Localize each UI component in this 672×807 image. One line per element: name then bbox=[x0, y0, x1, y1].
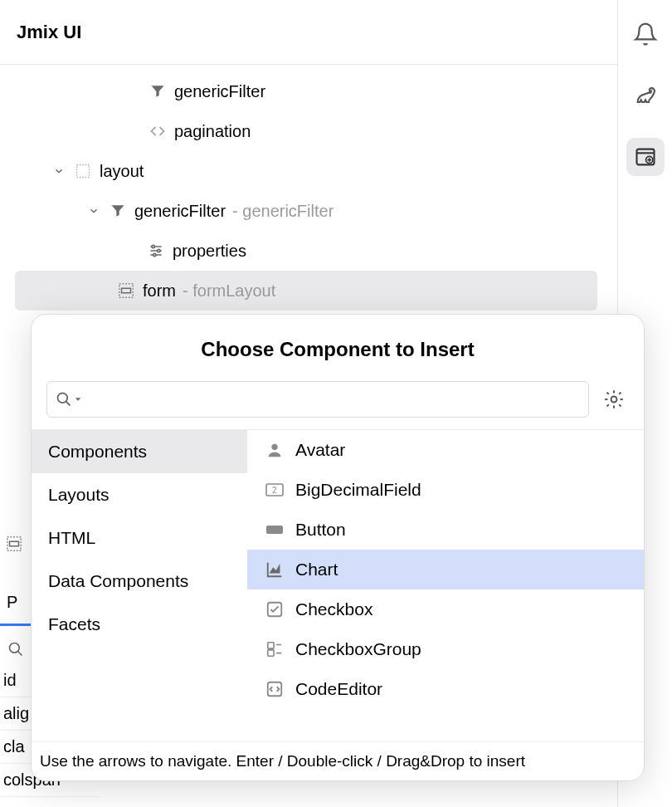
component-picker-popup: Choose Component to Insert Components La… bbox=[31, 314, 645, 781]
component-bigdecimalfield[interactable]: 2 BigDecimalField bbox=[247, 470, 644, 510]
bell-icon bbox=[633, 22, 658, 46]
svg-point-5 bbox=[158, 249, 160, 252]
tree-item-layout[interactable]: layout bbox=[15, 151, 597, 191]
properties-panel: P id alig cla colspan bbox=[0, 523, 31, 797]
tree-label: layout bbox=[100, 162, 144, 181]
svg-rect-8 bbox=[122, 288, 131, 293]
tree-label: genericFilter bbox=[134, 202, 226, 221]
search-field[interactable] bbox=[46, 381, 589, 418]
popup-search-row bbox=[32, 381, 644, 429]
search-input[interactable] bbox=[87, 391, 580, 408]
settings-button[interactable] bbox=[599, 384, 629, 414]
code-icon bbox=[148, 121, 168, 141]
notifications-button[interactable] bbox=[626, 15, 665, 53]
tree-item-form[interactable]: form - formLayout bbox=[15, 271, 597, 311]
svg-point-4 bbox=[152, 245, 154, 247]
tree-label: form bbox=[143, 281, 176, 301]
search-icon bbox=[56, 391, 82, 408]
tree-item-properties[interactable]: properties bbox=[15, 231, 597, 271]
component-checkbox[interactable]: Checkbox bbox=[247, 589, 644, 629]
category-facets[interactable]: Facets bbox=[32, 603, 247, 646]
popup-body: Components Layouts HTML Data Components … bbox=[32, 429, 644, 741]
tree-label: properties bbox=[173, 242, 246, 261]
code-editor-icon bbox=[264, 678, 285, 700]
properties-tab[interactable]: P bbox=[0, 581, 31, 626]
tree-label: genericFilter bbox=[174, 82, 265, 101]
sliders-icon bbox=[146, 241, 166, 261]
svg-rect-3 bbox=[77, 165, 90, 178]
chevron-down-icon bbox=[51, 165, 66, 177]
svg-point-11 bbox=[10, 643, 20, 653]
category-components[interactable]: Components bbox=[32, 430, 247, 473]
property-row[interactable]: id bbox=[0, 664, 31, 697]
popup-title: Choose Component to Insert bbox=[32, 315, 644, 381]
component-tree: genericFilter pagination layout genericF… bbox=[0, 65, 597, 317]
form-icon bbox=[116, 281, 136, 301]
svg-point-13 bbox=[611, 397, 617, 403]
number-field-icon: 2 bbox=[264, 479, 285, 501]
category-list: Components Layouts HTML Data Components … bbox=[32, 430, 247, 741]
panel-header: Jmix UI bbox=[0, 0, 672, 65]
tree-suffix: - formLayout bbox=[183, 281, 275, 301]
search-icon[interactable] bbox=[3, 634, 28, 664]
svg-rect-10 bbox=[10, 541, 19, 546]
svg-rect-19 bbox=[268, 643, 274, 648]
category-data-components[interactable]: Data Components bbox=[32, 560, 247, 603]
component-label: Checkbox bbox=[295, 599, 373, 619]
property-row[interactable]: cla bbox=[0, 731, 31, 764]
jmix-ui-button[interactable] bbox=[626, 138, 665, 176]
component-avatar[interactable]: Avatar bbox=[247, 430, 644, 470]
chevron-down-icon bbox=[74, 395, 82, 404]
component-codeeditor[interactable]: CodeEditor bbox=[247, 669, 644, 709]
tree-suffix: - genericFilter bbox=[232, 202, 334, 221]
svg-rect-20 bbox=[268, 650, 274, 656]
tree-label: pagination bbox=[174, 122, 251, 141]
window-icon bbox=[634, 145, 657, 169]
gradle-button[interactable] bbox=[626, 76, 665, 115]
filter-icon bbox=[148, 81, 168, 101]
component-label: Chart bbox=[295, 560, 338, 580]
tree-item-genericfilter[interactable]: genericFilter bbox=[15, 71, 597, 111]
avatar-icon bbox=[264, 439, 285, 461]
svg-point-6 bbox=[153, 253, 156, 256]
chart-icon bbox=[264, 559, 285, 580]
chevron-down-icon bbox=[86, 205, 101, 217]
component-label: Button bbox=[295, 520, 346, 540]
svg-point-0 bbox=[650, 91, 651, 93]
component-label: CodeEditor bbox=[295, 679, 382, 699]
panel-title: Jmix UI bbox=[17, 22, 81, 43]
popup-hint: Use the arrows to navigate. Enter / Doub… bbox=[32, 741, 644, 780]
component-button[interactable]: Button bbox=[247, 510, 644, 550]
component-list: Avatar 2 BigDecimalField Button Chart Ch… bbox=[247, 430, 644, 741]
checkbox-icon bbox=[264, 599, 285, 620]
checkbox-group-icon bbox=[264, 638, 285, 660]
svg-point-14 bbox=[271, 444, 277, 450]
filter-icon bbox=[108, 201, 128, 221]
layout-icon bbox=[73, 161, 93, 181]
svg-point-12 bbox=[58, 394, 68, 404]
elephant-icon bbox=[632, 82, 659, 109]
component-label: BigDecimalField bbox=[295, 480, 421, 500]
svg-text:2: 2 bbox=[272, 486, 277, 495]
component-chart[interactable]: Chart bbox=[247, 550, 644, 589]
svg-rect-17 bbox=[266, 526, 283, 534]
component-checkboxgroup[interactable]: CheckboxGroup bbox=[247, 629, 644, 669]
gear-icon bbox=[603, 389, 625, 410]
category-html[interactable]: HTML bbox=[32, 516, 247, 560]
component-label: Avatar bbox=[295, 440, 345, 460]
button-icon bbox=[264, 519, 285, 540]
property-row[interactable]: alig bbox=[0, 697, 31, 731]
form-icon bbox=[5, 535, 23, 553]
tree-item-genericfilter-2[interactable]: genericFilter - genericFilter bbox=[15, 191, 597, 231]
component-label: CheckboxGroup bbox=[295, 639, 421, 659]
category-layouts[interactable]: Layouts bbox=[32, 473, 247, 516]
tree-item-pagination[interactable]: pagination bbox=[15, 111, 597, 151]
